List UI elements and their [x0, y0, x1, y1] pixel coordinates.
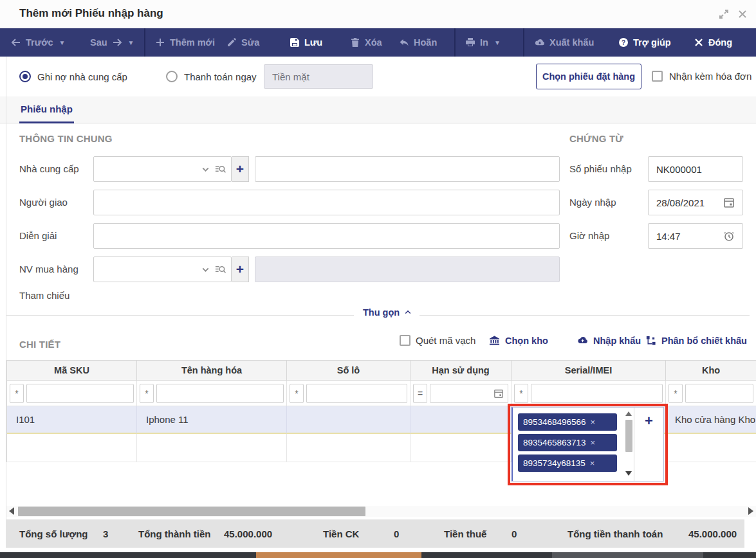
- toolbar-button-save[interactable]: Lưu: [290, 28, 322, 57]
- clock-icon[interactable]: [723, 230, 735, 242]
- add-buyer-button[interactable]: +: [232, 256, 249, 282]
- chevron-down-icon[interactable]: ▼: [59, 39, 66, 46]
- serial-tag[interactable]: 8953468496566×: [518, 413, 617, 431]
- scroll-right-icon[interactable]: [748, 507, 753, 515]
- checkbox-icon[interactable]: [652, 71, 663, 82]
- expand-icon[interactable]: [717, 8, 730, 21]
- allocate-discount-action[interactable]: Phân bổ chiết khấu: [645, 335, 747, 346]
- toolbar-button-edit[interactable]: Sửa: [226, 28, 259, 57]
- toolbar-button-undo[interactable]: Hoãn: [399, 28, 437, 57]
- filter-operator-button[interactable]: *: [290, 384, 304, 403]
- buyer-combobox[interactable]: [93, 256, 232, 282]
- radio-pay-now[interactable]: Thanh toán ngay: [166, 71, 257, 82]
- serial-scrollbar[interactable]: [623, 408, 634, 481]
- receive-with-invoice-checkbox[interactable]: Nhận kèm hóa đơn: [652, 71, 751, 82]
- scrollbar-thumb[interactable]: [18, 507, 365, 516]
- toolbar-button-next[interactable]: Sau ▼: [90, 28, 134, 57]
- toolbar-button-help[interactable]: ? Trợ giúp: [618, 28, 671, 57]
- filter-operator-button[interactable]: *: [668, 384, 683, 403]
- calendar-icon[interactable]: [723, 197, 735, 208]
- receipt-no-input[interactable]: NK000001: [648, 156, 743, 182]
- empty-cell[interactable]: [666, 434, 756, 462]
- empty-cell[interactable]: [410, 434, 512, 462]
- column-header-warehouse[interactable]: Kho: [666, 361, 756, 381]
- toolbar-button-print[interactable]: In ▼: [465, 28, 501, 57]
- cell-name[interactable]: Iphone 11: [137, 406, 287, 434]
- filter-input-sku[interactable]: [26, 384, 134, 403]
- column-header-name[interactable]: Tên hàng hóa: [137, 361, 287, 381]
- scroll-up-icon[interactable]: [625, 411, 632, 416]
- date-input[interactable]: 28/08/2021: [648, 190, 743, 215]
- description-input[interactable]: [93, 223, 560, 249]
- filter-operator-button[interactable]: =: [413, 384, 427, 403]
- radio-icon[interactable]: [166, 71, 178, 82]
- filter-input-name[interactable]: [156, 384, 284, 403]
- supplier-name-input[interactable]: [255, 156, 560, 182]
- filter-cell-name: *: [137, 381, 287, 406]
- remove-tag-icon[interactable]: ×: [591, 417, 596, 427]
- choose-warehouse-action[interactable]: Chọn kho: [489, 335, 548, 346]
- trash-icon: [350, 37, 360, 48]
- undo-icon: [399, 37, 409, 48]
- empty-cell[interactable]: [7, 434, 137, 462]
- cell-expiry[interactable]: [410, 406, 512, 434]
- radio-selected-icon[interactable]: [19, 71, 31, 82]
- horizontal-scrollbar[interactable]: [6, 506, 756, 517]
- choose-purchase-order-button[interactable]: Chọn phiếu đặt hàng: [536, 64, 641, 89]
- tab-phieu-nhap[interactable]: Phiếu nhập: [19, 96, 74, 123]
- toolbar-button-previous[interactable]: Trước ▼: [11, 28, 65, 57]
- toolbar-button-close[interactable]: Đóng: [694, 28, 732, 57]
- remove-tag-icon[interactable]: ×: [591, 438, 596, 447]
- serial-tag[interactable]: 8935465863713×: [518, 434, 617, 451]
- divider: [412, 315, 750, 316]
- scan-barcode-checkbox[interactable]: Quét mã vạch: [400, 335, 475, 346]
- serial-tag[interactable]: 8935734y68135×: [518, 455, 617, 472]
- time-label: Giờ nhập: [569, 223, 609, 249]
- empty-cell[interactable]: [287, 434, 410, 462]
- serial-tag-editor[interactable]: 8953468496566× 8935465863713× 8935734y68…: [512, 407, 664, 482]
- column-header-lot[interactable]: Số lô: [287, 361, 410, 381]
- close-icon[interactable]: [736, 8, 749, 21]
- toolbar-separator: [454, 28, 456, 57]
- bank-icon: [489, 335, 500, 346]
- filter-input-lot[interactable]: [306, 384, 407, 403]
- empty-cell[interactable]: [137, 434, 287, 462]
- scrollbar-thumb[interactable]: [625, 420, 632, 452]
- column-header-serial[interactable]: Serial/IMEI: [512, 361, 666, 381]
- list-search-icon: [215, 164, 226, 175]
- filter-operator-button[interactable]: *: [140, 384, 154, 403]
- collapse-toggle[interactable]: Thu gọn: [355, 307, 419, 318]
- import-action[interactable]: Nhập khẩu: [577, 335, 641, 346]
- total-quantity-value: 3: [103, 519, 108, 548]
- cell-warehouse[interactable]: Kho cửa hàng Kho: [666, 406, 756, 434]
- column-header-expiry[interactable]: Hạn sử dụng: [410, 361, 512, 381]
- add-supplier-button[interactable]: +: [232, 156, 249, 182]
- filter-input-expiry[interactable]: [430, 384, 508, 403]
- scroll-down-icon[interactable]: [625, 471, 632, 476]
- scroll-left-icon[interactable]: [9, 507, 14, 515]
- deliverer-input[interactable]: [93, 190, 560, 215]
- chevron-down-icon[interactable]: ▼: [128, 39, 134, 46]
- add-serial-button[interactable]: +: [634, 408, 663, 481]
- cloud-download-icon: [535, 37, 545, 48]
- cell-lot[interactable]: [287, 406, 410, 434]
- cell-sku[interactable]: I101: [7, 406, 137, 434]
- remove-tag-icon[interactable]: ×: [590, 458, 595, 468]
- supplier-label: Nhà cung cấp: [19, 156, 79, 182]
- filter-operator-button[interactable]: *: [514, 384, 528, 403]
- checkbox-icon[interactable]: [400, 335, 410, 346]
- filter-input-serial[interactable]: [531, 384, 663, 403]
- buyer-label: NV mua hàng: [19, 256, 78, 282]
- time-input[interactable]: 14:47: [648, 223, 743, 249]
- toolbar-button-delete[interactable]: Xóa: [350, 28, 382, 57]
- radio-debit-supplier[interactable]: Ghi nợ nhà cung cấp: [19, 71, 127, 82]
- chevron-down-icon[interactable]: ▼: [494, 39, 501, 46]
- arrow-right-icon: [112, 37, 122, 48]
- toolbar-button-export[interactable]: Xuất khẩu: [535, 28, 594, 57]
- filter-operator-button[interactable]: *: [10, 384, 24, 403]
- toolbar-button-add-new[interactable]: Thêm mới: [155, 28, 215, 57]
- total-amount-value: 45.000.000: [224, 519, 272, 548]
- supplier-combobox[interactable]: [93, 156, 232, 182]
- column-header-sku[interactable]: Mã SKU: [7, 361, 137, 381]
- filter-input-warehouse[interactable]: [685, 384, 753, 403]
